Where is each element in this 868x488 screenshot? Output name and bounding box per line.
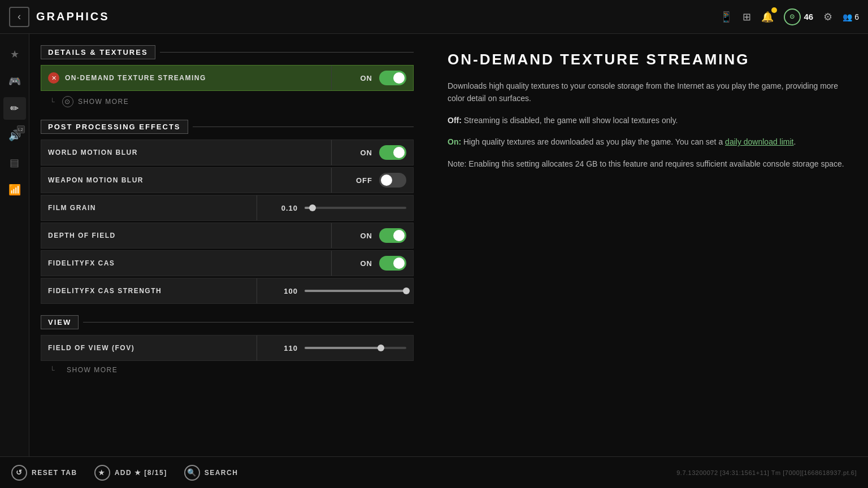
toggle-world-blur[interactable] [379, 145, 406, 160]
sidebar-item-controller[interactable]: 🎮 [3, 70, 26, 93]
section-details-title: DETAILS & TEXTURES [41, 45, 155, 59]
on-label: On: [448, 137, 461, 146]
top-nav: ‹ GRAPHICS 📱 ⊞ 🔔 ⊙ 46 ⚙ 👥 6 [0, 0, 868, 34]
film-grain-thumb[interactable] [309, 204, 316, 211]
section-details-textures: DETAILS & TEXTURES [41, 45, 414, 59]
film-grain-label: FILM GRAIN [48, 204, 250, 212]
row-divider-5 [331, 223, 332, 248]
dof-label: DEPTH OF FIELD [48, 232, 324, 239]
cas-strength-thumb[interactable] [403, 287, 410, 294]
row-cas-strength[interactable]: FIDELITYFX CAS STRENGTH 100 [41, 278, 414, 304]
notification-icon[interactable]: 🔔 [761, 11, 774, 23]
fov-label: FIELD OF VIEW (FOV) [48, 344, 250, 352]
search-label: SEARCH [205, 469, 238, 477]
show-more-view-label: SHOW MORE [67, 366, 118, 374]
search-button[interactable]: 🔍 SEARCH [184, 465, 238, 481]
sidebar: ★ 🎮 ✏ 🔊 L2 ▤ 📶 [0, 34, 29, 488]
film-grain-value: 0.10 [264, 204, 298, 212]
score-value: 46 [804, 12, 814, 21]
add-favorite-button[interactable]: ★ ADD ★ [8/15] [94, 465, 167, 481]
toggle-on-demand[interactable] [379, 71, 406, 85]
film-grain-slider[interactable] [305, 207, 406, 209]
fov-slider[interactable] [305, 347, 406, 349]
toggle-dof[interactable] [379, 228, 406, 243]
row-weapon-motion-blur[interactable]: WEAPON MOTION BLUR OFF [41, 167, 414, 193]
dof-value: ON [338, 232, 372, 240]
row-fov[interactable]: FIELD OF VIEW (FOV) 110 [41, 335, 414, 361]
fov-thumb[interactable] [377, 345, 384, 351]
off-label: Off: [448, 116, 462, 125]
section-post-line [193, 127, 414, 127]
section-view-line [83, 322, 414, 323]
back-button[interactable]: ‹ [9, 7, 29, 27]
cas-strength-slider[interactable] [305, 290, 406, 292]
settings-icon[interactable]: ⚙ [823, 11, 832, 23]
nav-left: ‹ GRAPHICS [9, 7, 110, 27]
section-line [160, 52, 414, 53]
tree-line-view: └ [50, 366, 55, 374]
player-count-value: 6 [854, 12, 859, 21]
row-divider-2 [331, 140, 332, 165]
cas-label: FIDELITYFX CAS [48, 259, 324, 267]
main-content: DETAILS & TEXTURES ✕ ON-DEMAND TEXTURE S… [29, 34, 868, 488]
row-world-motion-blur[interactable]: WORLD MOTION BLUR ON [41, 140, 414, 165]
daily-limit-link[interactable]: daily download limit [725, 137, 793, 146]
world-blur-label: WORLD MOTION BLUR [48, 149, 324, 156]
toggle-weapon-blur[interactable] [379, 173, 406, 188]
cas-strength-value: 100 [264, 287, 298, 295]
settings-panel: DETAILS & TEXTURES ✕ ON-DEMAND TEXTURE S… [29, 34, 425, 488]
desc-paragraph-1: Downloads high quality textures to your … [448, 80, 845, 105]
reset-label: RESET TAB [32, 469, 77, 477]
show-more-details[interactable]: └ ⊙ SHOW MORE [41, 93, 414, 111]
row-divider-4 [257, 195, 257, 220]
notification-badge [771, 7, 777, 13]
rank-icon: ⊙ [784, 8, 801, 25]
row-film-grain[interactable]: FILM GRAIN 0.10 [41, 195, 414, 221]
sidebar-audio-badge: L2 [17, 125, 25, 133]
show-more-details-label: SHOW MORE [78, 98, 129, 106]
film-grain-track [305, 207, 406, 209]
add-icon: ★ [94, 465, 110, 481]
row-on-demand-texture[interactable]: ✕ ON-DEMAND TEXTURE STREAMING ON [41, 65, 414, 91]
phone-icon[interactable]: 📱 [720, 11, 732, 23]
fov-value: 110 [264, 344, 298, 352]
reset-tab-button[interactable]: ↺ RESET TAB [11, 465, 77, 481]
search-icon: 🔍 [184, 465, 200, 481]
sidebar-item-graphics[interactable]: ✏ [3, 97, 26, 120]
section-post-title: POST PROCESSING EFFECTS [41, 120, 188, 134]
fov-fill [305, 347, 381, 349]
row-fidelityfx-cas[interactable]: FIDELITYFX CAS ON [41, 250, 414, 276]
weapon-blur-label: WEAPON MOTION BLUR [48, 176, 324, 184]
add-label: ADD ★ [8/15] [115, 469, 167, 477]
grid-icon[interactable]: ⊞ [743, 11, 751, 23]
section-view: VIEW [41, 315, 414, 329]
cas-strength-fill [305, 290, 406, 292]
bottom-bar: ↺ RESET TAB ★ ADD ★ [8/15] 🔍 SEARCH 9.7.… [0, 456, 868, 488]
fov-track [305, 347, 406, 349]
row-divider [331, 66, 332, 90]
player-icon: 👥 [843, 12, 852, 21]
dof-toggle[interactable] [379, 228, 406, 243]
desc-paragraph-3: On: High quality textures are downloaded… [448, 136, 845, 148]
description-panel: ON-DEMAND TEXTURE STREAMING Downloads hi… [425, 34, 868, 488]
tree-line-icon: └ [50, 98, 55, 106]
weapon-blur-toggle[interactable] [379, 173, 406, 188]
show-more-view[interactable]: └ SHOW MORE [41, 363, 414, 377]
sidebar-item-favorites[interactable]: ★ [3, 43, 26, 66]
desc-title: ON-DEMAND TEXTURE STREAMING [448, 51, 845, 68]
desc-paragraph-2: Off: Streaming is disabled, the game wil… [448, 114, 845, 127]
weapon-blur-value: OFF [338, 176, 372, 185]
on-demand-label: ON-DEMAND TEXTURE STREAMING [65, 74, 324, 82]
on-demand-value: ON [338, 74, 372, 82]
sidebar-item-network[interactable]: 📶 [3, 178, 26, 201]
cas-strength-track [305, 290, 406, 292]
row-divider-8 [257, 336, 257, 360]
cas-toggle[interactable] [379, 256, 406, 271]
toggle-cas[interactable] [379, 256, 406, 271]
world-blur-toggle[interactable] [379, 145, 406, 160]
row-divider-3 [331, 168, 332, 193]
row-depth-of-field[interactable]: DEPTH OF FIELD ON [41, 223, 414, 249]
on-demand-toggle[interactable] [379, 71, 406, 85]
sidebar-item-hud[interactable]: ▤ [3, 151, 26, 174]
nav-right: 📱 ⊞ 🔔 ⊙ 46 ⚙ 👥 6 [720, 8, 859, 25]
